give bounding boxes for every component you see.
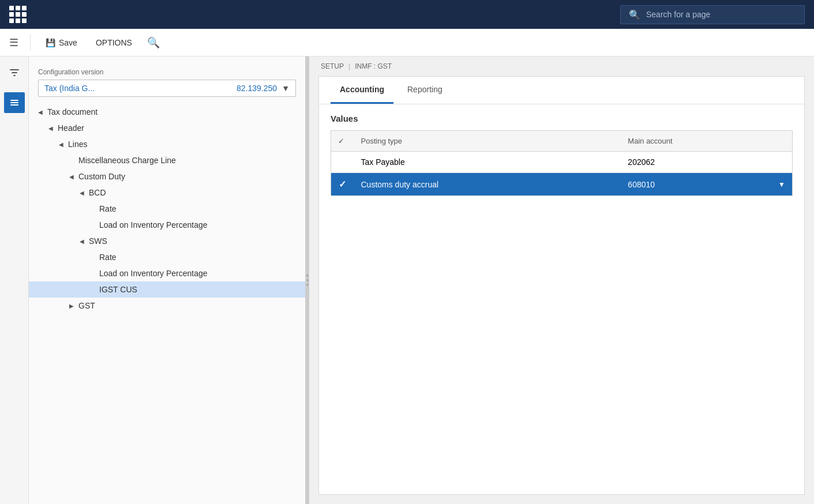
- config-version-select[interactable]: Tax (India G... 82.139.250 ▼: [38, 80, 296, 97]
- tree-item-gst[interactable]: ▶ GST: [29, 298, 305, 314]
- tree-label-igst-cus: IGST CUS: [99, 285, 137, 294]
- tree-label-load-on-inventory-1: Load on Inventory Percentage: [99, 220, 208, 230]
- top-bar: 🔍 Search for a page: [0, 0, 814, 29]
- tree-label-tax-document: Tax document: [47, 107, 97, 116]
- tree-label-header: Header: [58, 123, 84, 133]
- svg-rect-2: [10, 104, 18, 106]
- tree-item-header[interactable]: ◀ Header: [29, 120, 305, 136]
- tree-panel: Configuration version Tax (India G... 82…: [29, 57, 306, 504]
- tree-arrow-bcd: ◀: [80, 190, 89, 196]
- breadcrumb-setup: SETUP: [321, 62, 344, 70]
- breadcrumb-inmf: INMF : GST: [355, 62, 392, 70]
- tree-item-rate-2[interactable]: Rate: [29, 249, 305, 265]
- version-name: Tax (India G...: [44, 84, 237, 93]
- row-check-row-2: ✓: [339, 179, 346, 189]
- row-check-cell-row-1: [331, 152, 354, 173]
- config-version-section: Configuration version Tax (India G... 82…: [29, 63, 305, 104]
- tree-label-load-on-inventory-2: Load on Inventory Percentage: [99, 269, 208, 278]
- col-header-posting-type: Posting type: [354, 131, 621, 152]
- tree-arrow-tax-document: ◀: [38, 109, 47, 115]
- options-button[interactable]: OPTIONS: [92, 36, 136, 50]
- toolbar: ☰ 💾 Save OPTIONS 🔍: [0, 29, 814, 57]
- sidebar-icons: [0, 57, 29, 504]
- row-main-account-dropdown-row-2[interactable]: 608010 ▼: [628, 180, 785, 189]
- tabs-bar: Accounting Reporting: [319, 77, 804, 104]
- toolbar-search-icon[interactable]: 🔍: [147, 36, 160, 49]
- drag-handle-dot-3: [306, 284, 309, 286]
- values-title: Values: [331, 114, 793, 123]
- tree-item-lines[interactable]: ◀ Lines: [29, 136, 305, 152]
- svg-rect-0: [10, 100, 18, 101]
- tree-item-load-on-inventory-2[interactable]: Load on Inventory Percentage: [29, 265, 305, 281]
- drag-handle-dot-1: [306, 274, 309, 277]
- breadcrumb-separator: |: [348, 62, 350, 70]
- content-panel: SETUP | INMF : GST Accounting Reporting …: [309, 57, 814, 504]
- version-dropdown-chevron: ▼: [282, 84, 290, 93]
- top-bar-left: [9, 6, 27, 23]
- tree-label-sws: SWS: [89, 236, 107, 246]
- save-icon: 💾: [46, 38, 55, 47]
- save-button[interactable]: 💾 Save: [42, 36, 81, 50]
- tree-item-custom-duty[interactable]: ◀ Custom Duty: [29, 168, 305, 185]
- tree-label-misc-charge-line: Miscellaneous Charge Line: [78, 156, 176, 165]
- svg-rect-1: [10, 102, 18, 103]
- global-search-icon: 🔍: [629, 9, 640, 20]
- tree-item-misc-charge-line[interactable]: Miscellaneous Charge Line: [29, 152, 305, 168]
- tree-arrow-gst: ▶: [69, 303, 78, 309]
- global-search-placeholder: Search for a page: [646, 10, 710, 19]
- save-label: Save: [59, 38, 77, 47]
- tree-arrow-sws: ◀: [80, 238, 89, 245]
- row-posting-type-row-1: Tax Payable: [354, 152, 621, 173]
- tree-item-tax-document[interactable]: ◀ Tax document: [29, 104, 305, 120]
- table-row-row-1[interactable]: Tax Payable 202062: [331, 152, 793, 173]
- table-row-row-2[interactable]: ✓ Customs duty accrual 608010 ▼: [331, 173, 793, 196]
- tree-item-rate[interactable]: Rate: [29, 201, 305, 217]
- breadcrumb: SETUP | INMF : GST: [309, 57, 814, 76]
- tree-arrow-custom-duty: ◀: [69, 174, 78, 180]
- col-header-main-account: Main account: [621, 131, 792, 152]
- tree-item-igst-cus[interactable]: IGST CUS: [29, 281, 305, 298]
- tree-item-sws[interactable]: ◀ SWS: [29, 233, 305, 249]
- tree-arrow-lines: ◀: [59, 141, 68, 148]
- hamburger-menu-icon[interactable]: ☰: [9, 36, 18, 49]
- row-posting-type-row-2: Customs duty accrual: [354, 173, 621, 196]
- tree-label-gst: GST: [78, 301, 95, 310]
- row-account-value-row-2: 608010: [628, 180, 655, 189]
- list-view-icon[interactable]: [4, 92, 25, 113]
- tab-accounting[interactable]: Accounting: [331, 77, 393, 104]
- drag-handle-dot-2: [306, 279, 309, 281]
- main-layout: Configuration version Tax (India G... 82…: [0, 57, 814, 504]
- row-dropdown-arrow-row-2: ▼: [778, 180, 785, 189]
- row-main-account-row-2: 608010 ▼: [621, 173, 792, 196]
- panel-with-handle: SETUP | INMF : GST Accounting Reporting …: [306, 57, 814, 504]
- tab-reporting[interactable]: Reporting: [398, 77, 452, 104]
- config-version-label: Configuration version: [38, 68, 296, 76]
- tree-item-bcd[interactable]: ◀ BCD: [29, 185, 305, 201]
- tree-label-custom-duty: Custom Duty: [78, 172, 125, 181]
- tree-label-rate: Rate: [99, 204, 117, 213]
- tree-label-bcd: BCD: [89, 188, 106, 197]
- col-header-check: ✓: [331, 131, 354, 152]
- values-table: ✓ Posting type Main account Tax Payable …: [331, 130, 793, 196]
- tree-container: ◀ Tax document ◀ Header ◀ Lines Miscella…: [29, 104, 305, 314]
- row-check-cell-row-2: ✓: [331, 173, 354, 196]
- tree-label-lines: Lines: [68, 140, 87, 149]
- values-section: Values ✓ Posting type Main account Tax P…: [319, 104, 804, 494]
- tree-label-rate-2: Rate: [99, 253, 117, 262]
- global-search-bar[interactable]: 🔍 Search for a page: [620, 5, 805, 24]
- apps-grid-icon[interactable]: [9, 6, 27, 23]
- version-number: 82.139.250: [237, 84, 277, 93]
- filter-icon[interactable]: [4, 62, 25, 83]
- tree-arrow-header: ◀: [48, 125, 58, 131]
- content-inner: Accounting Reporting Values ✓ Posting ty…: [318, 76, 805, 495]
- toolbar-divider-1: [30, 35, 31, 51]
- row-main-account-row-1: 202062: [621, 152, 792, 173]
- tree-item-load-on-inventory-1[interactable]: Load on Inventory Percentage: [29, 217, 305, 233]
- options-label: OPTIONS: [96, 38, 132, 47]
